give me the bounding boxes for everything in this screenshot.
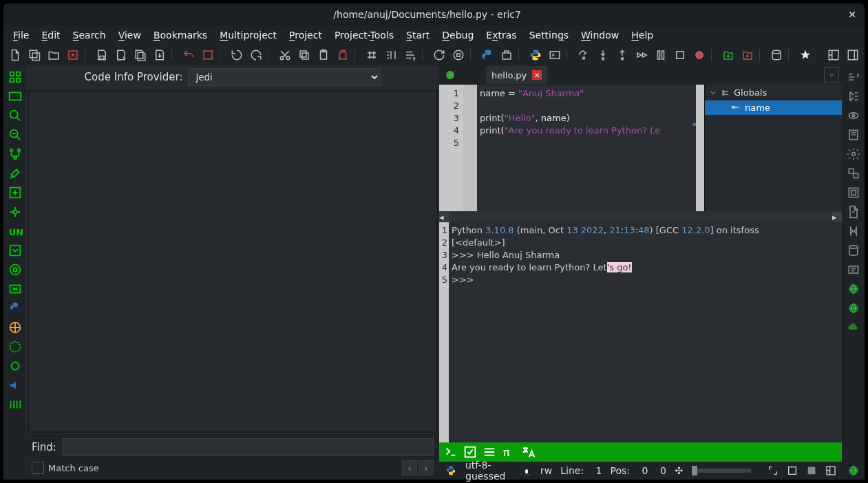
zoom-slider[interactable] [692, 469, 751, 473]
editor-scrollbar[interactable] [696, 85, 704, 211]
close-file-icon[interactable] [65, 47, 81, 63]
menu-file[interactable]: File [8, 27, 34, 43]
redo2-icon[interactable] [248, 47, 264, 63]
layout-right-icon[interactable] [806, 464, 817, 477]
project-close-icon[interactable] [740, 47, 755, 63]
rs-icon-8[interactable] [845, 203, 862, 221]
save-all-icon[interactable] [133, 47, 148, 63]
save-as-icon[interactable] [114, 47, 129, 63]
project-new-icon[interactable] [721, 47, 736, 63]
uncomment-icon[interactable] [383, 47, 399, 63]
restart-shell-icon[interactable] [547, 47, 562, 63]
ls-search-icon[interactable] [6, 107, 24, 125]
rs-database-icon[interactable] [845, 242, 862, 259]
ls-icon-4[interactable] [6, 126, 24, 144]
ls-icon-16[interactable] [6, 357, 24, 375]
menu-extras[interactable]: Extras [480, 27, 522, 43]
console[interactable]: 12345 Python 3.10.8 (main, Oct 13 2022, … [439, 222, 842, 442]
ls-branch-icon[interactable] [6, 145, 24, 163]
comment-icon[interactable] [364, 47, 379, 63]
ls-icon-14[interactable] [6, 319, 24, 336]
breakpoint-icon[interactable] [692, 47, 707, 63]
rs-icon-4[interactable] [845, 126, 862, 144]
ls-icon-2[interactable] [6, 87, 24, 105]
window-icon[interactable] [787, 464, 798, 477]
expand-icon[interactable] [768, 464, 779, 477]
ls-un-icon[interactable]: UN [6, 222, 24, 240]
match-case-checkbox[interactable] [32, 462, 44, 474]
rs-globe-icon-1[interactable] [845, 280, 862, 298]
outline-item-name[interactable]: name [705, 100, 842, 115]
cut-icon[interactable] [277, 47, 293, 63]
pause-icon[interactable] [653, 47, 668, 63]
menu-edit[interactable]: Edit [36, 27, 65, 43]
layout-icon[interactable] [826, 47, 841, 63]
new-window-icon[interactable] [27, 47, 42, 63]
redo-disabled-icon[interactable] [200, 47, 215, 63]
new-file-icon[interactable] [8, 47, 23, 63]
menu-project[interactable]: Project [284, 27, 328, 43]
stop-debug-icon[interactable] [673, 47, 688, 63]
delete-icon[interactable] [335, 47, 350, 63]
database-icon[interactable] [769, 47, 784, 63]
zoom-out-icon[interactable]: ✣ [675, 464, 684, 477]
ls-icon-12[interactable] [6, 280, 24, 298]
copy-icon[interactable] [297, 47, 312, 63]
outline-header[interactable]: Globals [705, 85, 842, 100]
menu-start[interactable]: Start [401, 27, 435, 43]
format-icon[interactable] [403, 47, 418, 63]
ls-icon-15[interactable] [6, 338, 24, 356]
find-prev-icon[interactable]: ‹ [402, 460, 417, 475]
rs-icon-2[interactable] [845, 87, 862, 105]
tab-hello-py[interactable]: hello.py ✕ [486, 66, 547, 84]
menu-debug[interactable]: Debug [436, 27, 479, 43]
menu-help[interactable]: Help [626, 27, 659, 43]
continue-icon[interactable] [634, 47, 649, 63]
menu-window[interactable]: Window [575, 27, 624, 43]
ls-tools-icon[interactable] [6, 164, 24, 182]
step-over-icon[interactable] [576, 47, 591, 63]
terminal-icon[interactable] [443, 444, 458, 460]
paste-icon[interactable] [316, 47, 331, 63]
reload-icon[interactable] [432, 47, 447, 63]
rs-icon-7[interactable] [845, 184, 862, 202]
ls-icon-18[interactable] [6, 396, 24, 414]
tab-close-icon[interactable]: ✕ [532, 70, 542, 80]
rs-icon-1[interactable] [845, 68, 862, 86]
ls-icon-11[interactable] [6, 261, 24, 279]
undo2-icon[interactable] [229, 47, 244, 63]
menu-view[interactable]: View [113, 27, 147, 43]
ls-python-icon[interactable] [6, 299, 24, 317]
layout2-icon[interactable] [845, 47, 860, 63]
menu-search[interactable]: Search [67, 27, 112, 43]
python-run-icon[interactable] [480, 47, 495, 63]
ls-icon-1[interactable] [6, 68, 24, 86]
find-next-icon[interactable]: › [419, 460, 434, 475]
star-icon[interactable] [798, 47, 813, 63]
stop-icon[interactable] [451, 47, 466, 63]
step-into-icon[interactable] [595, 47, 611, 63]
rs-compare-icon[interactable] [845, 222, 862, 240]
debug-run-icon[interactable] [499, 47, 514, 63]
tasks-icon[interactable] [463, 444, 478, 460]
rs-eye-icon[interactable] [845, 107, 862, 125]
tab-menu-icon[interactable] [824, 67, 839, 83]
save-icon[interactable] [94, 47, 109, 63]
export-icon[interactable] [152, 47, 167, 63]
rs-gear-icon[interactable] [845, 145, 862, 163]
pi-icon[interactable]: π [501, 444, 516, 460]
info-provider-select[interactable]: Jedi [188, 68, 381, 86]
menu-settings[interactable]: Settings [524, 27, 574, 43]
code-editor[interactable]: 12345 name = "Anuj Sharma" print("Hello"… [439, 85, 704, 211]
rs-icon-11[interactable] [845, 261, 862, 279]
ls-icon-8[interactable] [6, 203, 24, 221]
ls-speaker-icon[interactable] [6, 376, 24, 394]
panes-icon[interactable] [825, 464, 836, 477]
code-area[interactable]: name = "Anuj Sharma" print("Hello", name… [477, 85, 696, 211]
undo-icon[interactable] [181, 47, 196, 63]
lines-icon[interactable] [482, 444, 497, 460]
menu-projecttools[interactable]: Project-Tools [329, 27, 399, 43]
step-out-icon[interactable] [615, 47, 630, 63]
open-icon[interactable] [46, 47, 61, 63]
close-icon[interactable]: ✕ [845, 6, 859, 23]
